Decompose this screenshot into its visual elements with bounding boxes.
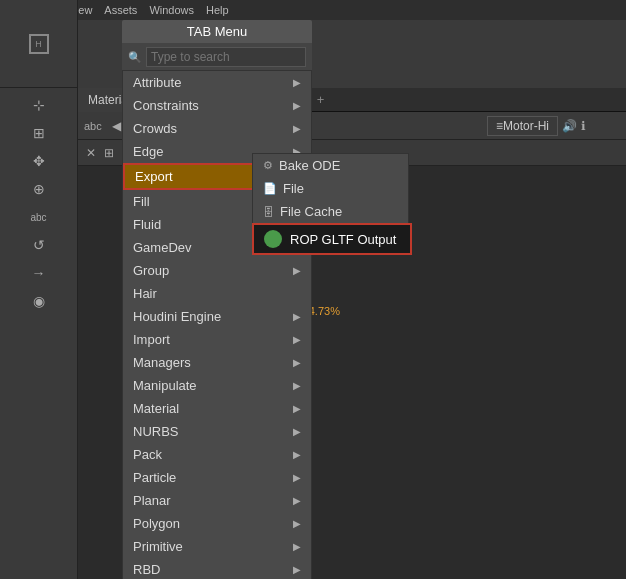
menu-item-manipulate[interactable]: Manipulate ▶: [123, 374, 311, 397]
tool-arrow2[interactable]: →: [24, 260, 54, 286]
arrow-managers: ▶: [293, 357, 301, 368]
rop-gltf-container: ROP GLTF Output: [252, 223, 412, 255]
rop-gltf-label: ROP GLTF Output: [290, 232, 396, 247]
toolbar-icon-1[interactable]: ✕: [86, 146, 96, 160]
tool-scroll[interactable]: ⊞: [24, 120, 54, 146]
arrow-planar: ▶: [293, 495, 301, 506]
sidebar-tools: ⊹ ⊞ ✥ ⊕ abc ↺ → ◉: [0, 88, 78, 579]
menu-item-planar[interactable]: Planar ▶: [123, 489, 311, 512]
info-icon: ℹ: [581, 119, 586, 133]
menu-item-nurbs[interactable]: NURBS ▶: [123, 420, 311, 443]
arrow-rbd: ▶: [293, 564, 301, 575]
context-menu-title: TAB Menu: [122, 20, 312, 44]
speaker-icon: 🔊: [562, 119, 577, 133]
rop-gltf-icon: [264, 230, 282, 248]
menu-item-crowds[interactable]: Crowds ▶: [123, 117, 311, 140]
arrow-polygon: ▶: [293, 518, 301, 529]
arrow-primitive: ▶: [293, 541, 301, 552]
menu-item-constraints[interactable]: Constraints ▶: [123, 94, 311, 117]
arrow-material: ▶: [293, 403, 301, 414]
arrow-import: ▶: [293, 334, 301, 345]
menu-item-import[interactable]: Import ▶: [123, 328, 311, 351]
menu-item-polygon[interactable]: Polygon ▶: [123, 512, 311, 535]
menu-item-houdini-engine[interactable]: Houdini Engine ▶: [123, 305, 311, 328]
arrow-houdini-engine: ▶: [293, 311, 301, 322]
arrow-crowds: ▶: [293, 123, 301, 134]
path-abc: abc: [78, 120, 108, 132]
submenu-file-cache[interactable]: 🗄 File Cache: [253, 200, 408, 223]
arrow-manipulate: ▶: [293, 380, 301, 391]
arrow-constraints: ▶: [293, 100, 301, 111]
arrow-pack: ▶: [293, 449, 301, 460]
tool-abc[interactable]: abc: [24, 204, 54, 230]
menu-help[interactable]: Help: [206, 4, 229, 16]
submenu-rop-gltf[interactable]: ROP GLTF Output: [252, 223, 412, 255]
main-menu: Attribute ▶ Constraints ▶ Crowds ▶ Edge …: [122, 71, 312, 579]
menu-windows[interactable]: Windows: [149, 4, 194, 16]
menu-item-particle[interactable]: Particle ▶: [123, 466, 311, 489]
bake-icon: ⚙: [263, 159, 273, 172]
search-icon: 🔍: [128, 51, 142, 64]
header-bar: File Edit View Assets Windows Help: [0, 0, 626, 20]
tab-add-button[interactable]: +: [309, 92, 333, 107]
menu-item-pack[interactable]: Pack ▶: [123, 443, 311, 466]
arrow-particle: ▶: [293, 472, 301, 483]
tool-arrow[interactable]: ↺: [24, 232, 54, 258]
file-icon-sub: 📄: [263, 182, 277, 195]
arrow-nurbs: ▶: [293, 426, 301, 437]
menu-search-input[interactable]: [146, 47, 306, 67]
menu-item-attribute[interactable]: Attribute ▶: [123, 71, 311, 94]
tool-select[interactable]: ⊹: [24, 92, 54, 118]
menu-item-hair[interactable]: Hair: [123, 282, 311, 305]
logo-icon: H: [29, 34, 49, 54]
menu-item-group[interactable]: Group ▶: [123, 259, 311, 282]
menu-item-primitive[interactable]: Primitive ▶: [123, 535, 311, 558]
tool-pan[interactable]: ✥: [24, 148, 54, 174]
menu-item-material[interactable]: Material ▶: [123, 397, 311, 420]
houdini-logo: H: [0, 0, 78, 88]
network-name: ≡Motor-Hi: [487, 116, 558, 136]
tool-zoom[interactable]: ⊕: [24, 176, 54, 202]
menu-assets[interactable]: Assets: [104, 4, 137, 16]
tool-eye[interactable]: ◉: [24, 288, 54, 314]
submenu-file[interactable]: 📄 File: [253, 177, 408, 200]
arrow-attribute: ▶: [293, 77, 301, 88]
toolbar-icon-2[interactable]: ⊞: [104, 146, 114, 160]
menu-item-managers[interactable]: Managers ▶: [123, 351, 311, 374]
submenu-bake-ode[interactable]: ⚙ Bake ODE: [253, 154, 408, 177]
menu-item-rbd[interactable]: RBD ▶: [123, 558, 311, 579]
menu-search-box: 🔍: [122, 44, 312, 71]
arrow-group: ▶: [293, 265, 301, 276]
context-menu: TAB Menu 🔍 Attribute ▶ Constraints ▶ Cro…: [122, 20, 312, 579]
nav-back[interactable]: ◀: [112, 119, 121, 133]
filecache-icon: 🗄: [263, 206, 274, 218]
